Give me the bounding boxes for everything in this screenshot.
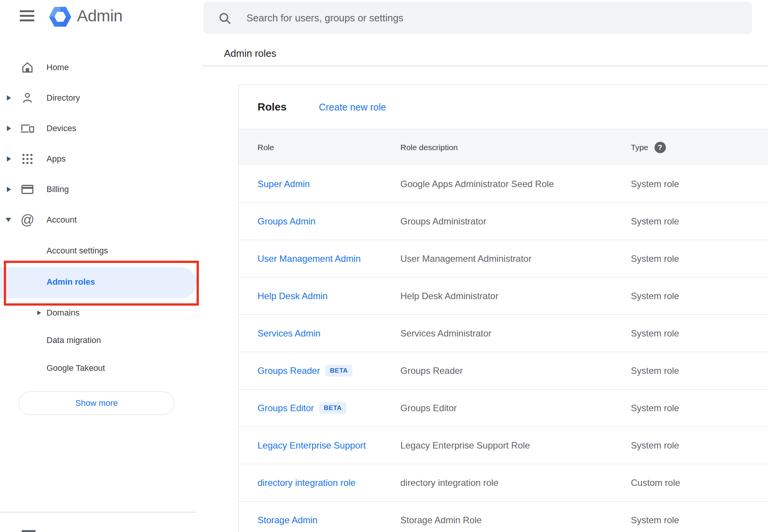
sidebar-item-apps[interactable]: Apps [0, 144, 196, 174]
role-description: directory integration role [400, 478, 631, 488]
role-type: System role [631, 291, 679, 301]
role-type: System role [631, 515, 679, 526]
role-link[interactable]: Legacy Enterprise Support [258, 440, 366, 451]
role-type: System role [631, 440, 679, 451]
role-type: Custom role [631, 478, 680, 488]
at-sign-icon: @ [19, 212, 36, 228]
expand-arrow-icon[interactable] [7, 95, 11, 101]
create-new-role-link[interactable]: Create new role [319, 101, 386, 112]
sidebar-item-home[interactable]: Home [0, 52, 196, 83]
table-row: Help Desk AdminHelp Desk AdministratorSy… [238, 277, 768, 315]
admin-hexagon-logo-icon [49, 6, 72, 29]
credit-card-icon [19, 181, 36, 198]
role-description: Storage Admin Role [400, 515, 631, 526]
role-link[interactable]: Storage Admin [258, 515, 317, 526]
sidebar-item-directory[interactable]: Directory [0, 83, 196, 113]
table-row: Groups EditorBETAGroups EditorSystem rol… [238, 389, 768, 427]
sidebar-item-devices[interactable]: Devices [0, 113, 196, 144]
role-link[interactable]: User Management Admin [258, 253, 361, 264]
sidebar-item-label: Admin roles [46, 277, 95, 287]
role-link[interactable]: Groups Reader [258, 365, 320, 376]
role-description: Groups Editor [400, 403, 631, 413]
roles-table-body: Super AdminGoogle Apps Administrator See… [238, 165, 768, 532]
sidebar-item-label: Devices [46, 123, 76, 133]
sidebar-item-label: Home [46, 62, 69, 72]
role-description: Help Desk Administrator [400, 291, 631, 301]
role-link[interactable]: Groups Admin [258, 216, 315, 227]
hamburger-menu-icon[interactable] [20, 10, 34, 21]
expand-arrow-icon[interactable] [37, 311, 41, 315]
beta-badge: BETA [319, 402, 346, 414]
role-link[interactable]: Groups Editor [258, 403, 314, 413]
role-link[interactable]: directory integration role [258, 478, 355, 488]
google-admin-console: Admin HomeDirectoryDevicesAppsBilling@Ac… [0, 0, 768, 532]
sidebar-item-label: Account [46, 215, 77, 225]
role-description: Groups Reader [400, 365, 631, 376]
table-row: User Management AdminUser Management Adm… [238, 240, 768, 277]
home-icon [19, 59, 36, 76]
show-more-button[interactable]: Show more [19, 391, 174, 415]
role-link[interactable]: Super Admin [258, 179, 310, 189]
role-type: System role [631, 253, 679, 264]
role-type: System role [631, 403, 679, 413]
role-type: System role [631, 365, 679, 376]
role-description: Google Apps Administrator Seed Role [400, 179, 631, 189]
role-description: User Management Administrator [400, 253, 631, 264]
table-row: Super AdminGoogle Apps Administrator See… [238, 165, 768, 203]
admin-logo-text: Admin [77, 6, 122, 25]
search-placeholder: Search for users, groups or settings [246, 12, 403, 24]
column-header-type: Type ? [631, 142, 666, 153]
expand-arrow-icon[interactable] [7, 156, 11, 162]
expand-arrow-icon[interactable] [7, 187, 11, 192]
column-header-role: Role [258, 143, 400, 152]
role-type: System role [631, 216, 679, 227]
table-row: Groups ReaderBETAGroups ReaderSystem rol… [238, 352, 768, 389]
table-row: directory integration roledirectory inte… [238, 464, 768, 502]
admin-logo: Admin [49, 6, 174, 28]
role-description: Groups Administrator [400, 216, 631, 227]
sidebar-item-google-takeout[interactable]: Google Takeout [0, 356, 196, 381]
column-header-type-label: Type [631, 143, 648, 152]
sidebar-item-label: Billing [46, 184, 69, 194]
search-icon [218, 11, 232, 27]
feedback-icon-partial [22, 530, 35, 532]
sidebar-item-billing[interactable]: Billing [0, 174, 196, 205]
sidebar-item-label: Directory [46, 93, 80, 103]
expand-arrow-icon[interactable] [7, 126, 11, 131]
role-link[interactable]: Services Admin [258, 328, 320, 339]
beta-badge: BETA [325, 365, 352, 377]
table-header-row: Role Role description Type ? [238, 129, 768, 165]
table-row: Legacy Enterprise SupportLegacy Enterpri… [238, 427, 768, 464]
table-row: Services AdminServices AdministratorSyst… [238, 315, 768, 352]
table-row: Groups AdminGroups AdministratorSystem r… [238, 203, 768, 240]
role-type: System role [631, 328, 679, 339]
sidebar-item-admin-roles[interactable]: Admin roles [0, 269, 196, 295]
devices-icon [19, 120, 36, 137]
sidebar-item-label: Apps [46, 154, 66, 164]
sidebar-item-label: Domains [46, 308, 80, 318]
role-description: Legacy Enterprise Support Role [400, 440, 631, 451]
sidebar-item-label: Data migration [46, 335, 101, 345]
role-type: System role [631, 179, 679, 189]
role-link[interactable]: Help Desk Admin [258, 291, 328, 301]
column-header-role-description: Role description [400, 143, 631, 152]
sidebar-item-label: Account settings [46, 246, 108, 256]
search-input[interactable]: Search for users, groups or settings [203, 2, 752, 34]
roles-card: Roles Create new role Role Role descript… [238, 85, 768, 532]
breadcrumb: Admin roles [224, 48, 276, 59]
role-description: Services Administrator [400, 328, 631, 339]
header-divider [202, 66, 768, 66]
person-icon [19, 90, 36, 106]
sidebar-bottom-divider [0, 512, 196, 513]
table-row: Storage AdminStorage Admin RoleSystem ro… [238, 502, 768, 532]
roles-card-header: Roles Create new role [238, 85, 768, 129]
sidebar-item-domains[interactable]: Domains [0, 300, 196, 325]
sidebar-item-label: Google Takeout [46, 363, 105, 373]
help-icon[interactable]: ? [654, 142, 666, 153]
sidebar-item-account[interactable]: @Account [0, 205, 196, 235]
sidebar-item-data-migration[interactable]: Data migration [0, 328, 196, 353]
card-title: Roles [258, 101, 286, 113]
sidebar-item-account-settings[interactable]: Account settings [0, 238, 196, 263]
collapse-arrow-icon[interactable] [6, 218, 11, 222]
sidebar: Admin HomeDirectoryDevicesAppsBilling@Ac… [0, 0, 196, 532]
